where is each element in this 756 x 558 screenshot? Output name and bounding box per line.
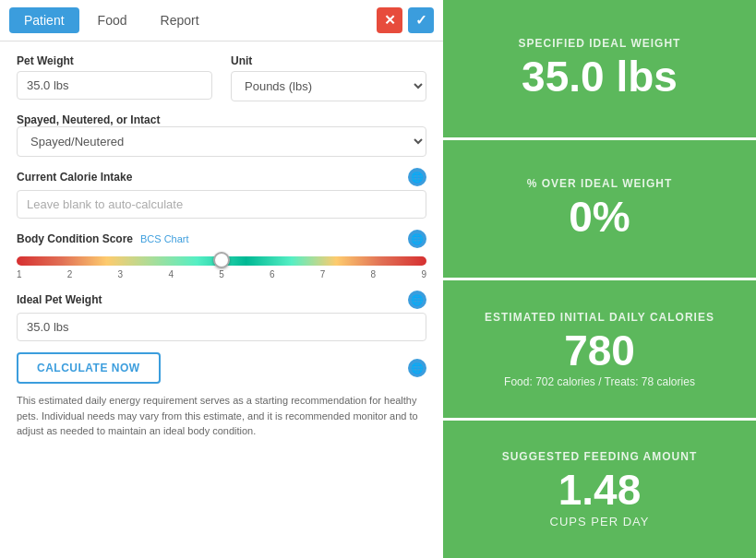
stat-card-feeding-amount: SUGGESTED FEEDING AMOUNT 1.48 CUPS PER D… <box>443 421 756 558</box>
stat-card-daily-calories: ESTIMATED INITIAL DAILY CALORIES 780 Foo… <box>443 280 756 418</box>
calc-info-icon[interactable]: 🌐 <box>408 359 426 377</box>
pet-weight-label: Pet Weight <box>17 54 212 67</box>
bcs-info-icon[interactable]: 🌐 <box>408 230 426 248</box>
ideal-weight-info-icon[interactable]: 🌐 <box>408 291 426 309</box>
disclaimer-text: This estimated daily energy requirement … <box>17 393 426 439</box>
tab-patient[interactable]: Patient <box>9 7 79 33</box>
ideal-weight-label: Ideal Pet Weight <box>17 293 102 306</box>
calorie-input[interactable] <box>17 190 426 219</box>
tab-actions: ✕ ✓ <box>377 7 434 33</box>
right-panel: SPECIFIED IDEAL WEIGHT 35.0 lbs % OVER I… <box>443 0 756 558</box>
unit-label: Unit <box>231 54 426 67</box>
bcs-slider-wrapper <box>17 254 426 267</box>
bcs-slider[interactable] <box>17 255 426 265</box>
calorie-label: Current Calorie Intake <box>17 171 132 184</box>
ideal-weight-input[interactable] <box>17 313 426 341</box>
form-content: Pet Weight Unit Pounds (lbs) Spayed, Neu… <box>0 42 443 558</box>
spay-label: Spayed, Neutered, or Intact <box>17 113 160 126</box>
over-ideal-card-label: % OVER IDEAL WEIGHT <box>527 177 672 190</box>
stat-card-over-ideal: % OVER IDEAL WEIGHT 0% <box>443 140 756 278</box>
feeding-amount-card-unit: CUPS PER DAY <box>550 515 650 528</box>
calorie-info-icon[interactable]: 🌐 <box>408 168 426 186</box>
daily-calories-card-value: 780 <box>564 329 635 372</box>
tab-report[interactable]: Report <box>146 7 214 33</box>
bcs-chart-link[interactable]: BCS Chart <box>140 233 189 244</box>
spay-select[interactable]: Spayed/Neutered <box>17 126 426 157</box>
tab-bar: Patient Food Report ✕ ✓ <box>0 0 443 42</box>
unit-select[interactable]: Pounds (lbs) <box>231 71 426 101</box>
feeding-amount-card-label: SUGGESTED FEEDING AMOUNT <box>502 450 698 463</box>
daily-calories-card-label: ESTIMATED INITIAL DAILY CALORIES <box>485 311 714 324</box>
stat-card-ideal-weight: SPECIFIED IDEAL WEIGHT 35.0 lbs <box>443 0 756 137</box>
bcs-label: Body Condition Score <box>17 232 133 245</box>
pet-weight-input[interactable] <box>17 71 212 100</box>
confirm-button[interactable]: ✓ <box>408 7 434 33</box>
ideal-weight-card-value: 35.0 lbs <box>522 55 678 98</box>
daily-calories-card-sub: Food: 702 calories / Treats: 78 calories <box>504 375 695 388</box>
left-panel: Patient Food Report ✕ ✓ Pet Weight Unit … <box>0 0 443 558</box>
tab-food[interactable]: Food <box>83 7 142 33</box>
calculate-button[interactable]: CALCULATE NOW <box>17 352 161 384</box>
feeding-amount-card-value: 1.48 <box>558 469 642 511</box>
over-ideal-card-value: 0% <box>569 196 630 238</box>
bcs-labels: 1 2 3 4 5 6 7 8 9 <box>17 269 426 279</box>
close-button[interactable]: ✕ <box>377 7 402 33</box>
ideal-weight-card-label: SPECIFIED IDEAL WEIGHT <box>519 37 681 50</box>
